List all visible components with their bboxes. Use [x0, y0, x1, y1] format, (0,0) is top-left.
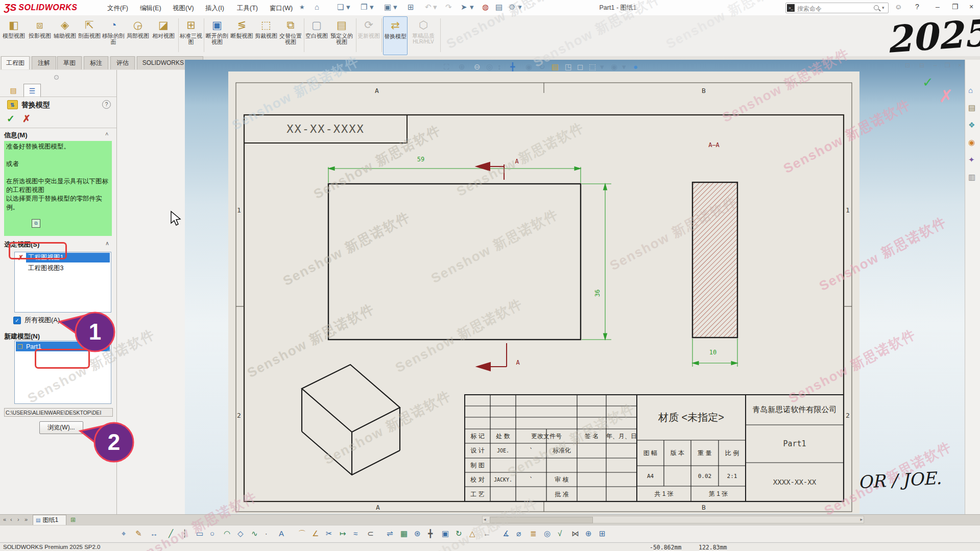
save-icon[interactable]: ▣	[384, 3, 391, 12]
sketch-icon[interactable]: ✎	[135, 529, 142, 538]
display-settings-icon[interactable]: ▤	[495, 3, 503, 12]
search-commands-box[interactable]: >_ 搜索命令 ▾	[785, 3, 889, 13]
trim-icon[interactable]: ✂	[326, 529, 332, 538]
panel-help-icon[interactable]: ?	[102, 100, 111, 109]
doc-maximize-icon[interactable]: ❐	[945, 62, 950, 69]
panel-splitter-handle[interactable]	[54, 75, 59, 80]
doc-restore-icon[interactable]: ⊡	[905, 62, 910, 69]
caret-down-icon[interactable]: ▾	[600, 62, 604, 71]
print-icon[interactable]: ⊞	[408, 3, 414, 12]
info-collapse-icon[interactable]: ˄	[105, 131, 108, 137]
tab-evaluate[interactable]: 评估	[110, 56, 135, 69]
search-icon[interactable]	[874, 5, 879, 10]
scrollbar-thumb[interactable]	[490, 517, 593, 523]
minimize-button[interactable]: –	[936, 3, 940, 11]
menu-file[interactable]: 文件(F)	[104, 3, 131, 14]
confirmation-cancel-icon[interactable]: ✗	[939, 86, 953, 106]
tab-sketch[interactable]: 草图	[57, 56, 82, 69]
broken-out-section-button[interactable]: ▣断开的剖视图	[205, 16, 229, 54]
note-icon[interactable]: ≣	[530, 529, 537, 538]
diameter-dimension-icon[interactable]: ⌀	[516, 529, 521, 538]
angle-dimension-icon[interactable]: ∡	[503, 529, 509, 538]
text-icon[interactable]: A	[279, 529, 284, 538]
selected-views-listbox[interactable]: ✗ 工程图视图1 工程图视图3	[14, 252, 111, 313]
balloon-icon[interactable]: ◎	[544, 529, 551, 538]
new-model-header[interactable]: 新建模型(N)	[4, 332, 40, 341]
restore-button[interactable]: ❐	[952, 3, 959, 11]
magnify-icon[interactable]: ◉	[525, 62, 532, 71]
circle-icon[interactable]: ○	[210, 529, 214, 538]
hide-show-icon[interactable]: ◉	[611, 62, 617, 71]
menu-window[interactable]: 窗口(W)	[267, 3, 296, 14]
select-arrow-icon[interactable]: ➤	[461, 3, 467, 12]
propertymanager-tab[interactable]: ☰	[23, 84, 41, 98]
appearances-icon[interactable]: ◉	[968, 138, 975, 147]
info-section-header[interactable]: 信息(M)	[4, 131, 28, 140]
design-library-icon[interactable]: ▤	[968, 103, 975, 112]
menu-tools[interactable]: 工具(T)	[234, 3, 261, 14]
alternate-position-button[interactable]: ⧉交替位置视图	[278, 16, 303, 54]
zoom-area-icon[interactable]: ⊕	[459, 62, 465, 71]
empty-view-button[interactable]: ▢空白视图	[305, 16, 328, 54]
caret-down-icon[interactable]: ▾	[518, 3, 522, 12]
extend-icon[interactable]: ↦	[340, 529, 346, 538]
resources-home-icon[interactable]: ⌂	[968, 86, 973, 94]
tab-dimension[interactable]: 标注	[84, 56, 108, 69]
predefined-view-button[interactable]: ▤预定义的视图	[329, 16, 354, 54]
rectangle-icon[interactable]: ▭	[196, 529, 203, 538]
caret-down-icon[interactable]: ▾	[346, 3, 350, 12]
datum-icon[interactable]: ⊕	[585, 529, 592, 538]
cancel-button[interactable]: ✗	[22, 113, 31, 125]
linear-pattern-icon[interactable]: ▦	[400, 529, 408, 538]
first-sheet-icon[interactable]: «	[3, 516, 6, 522]
menu-view[interactable]: 视图(V)	[170, 3, 197, 14]
options-gear-icon[interactable]: ⚙	[509, 3, 515, 12]
standard-3view-button[interactable]: ⊞标准三视图	[180, 16, 202, 54]
caret-down-icon[interactable]: ▾	[470, 3, 474, 12]
menu-edit[interactable]: 编辑(E)	[137, 3, 164, 14]
model-view-button[interactable]: ◧模型视图	[1, 16, 27, 54]
file-explorer-icon[interactable]: ❖	[968, 121, 975, 130]
zoom-fit-icon[interactable]: ⛶	[444, 62, 449, 71]
confirmation-ok-icon[interactable]: ✓	[922, 75, 934, 90]
pan-icon[interactable]: ↕	[497, 62, 501, 71]
offset-icon[interactable]: ≈	[353, 529, 357, 538]
break-view-button[interactable]: ≶断裂视图	[230, 16, 254, 54]
ok-button[interactable]: ✓	[7, 113, 15, 125]
last-sheet-icon[interactable]: »	[25, 516, 28, 522]
caret-down-icon[interactable]: ▾	[370, 3, 374, 12]
surface-finish-icon[interactable]: √	[558, 529, 562, 538]
tab-annotation[interactable]: 注解	[32, 56, 56, 69]
scroll-left-icon[interactable]: ◂	[484, 517, 486, 522]
convert-entities-icon[interactable]: ⊂	[367, 529, 374, 538]
detail-view-button[interactable]: ◶局部视图	[126, 16, 150, 54]
copy-entities-icon[interactable]: ▣	[442, 529, 449, 538]
sheet-tab[interactable]: ▤ 图纸1	[33, 515, 66, 525]
featuremanager-tab[interactable]: ▤	[5, 84, 21, 97]
search-input[interactable]: 搜索命令	[797, 5, 822, 13]
replace-model-button[interactable]: ⇄替换模型	[383, 16, 408, 55]
polygon-icon[interactable]: ◇	[237, 529, 244, 538]
move-icon[interactable]: ╋	[510, 62, 515, 71]
home-icon[interactable]: ⌂	[315, 3, 319, 11]
new-document-icon[interactable]: ❏	[337, 3, 344, 12]
circular-pattern-icon[interactable]: ⊛	[414, 529, 421, 538]
relative-view-button[interactable]: ◪相对视图	[150, 16, 177, 54]
projected-view-button[interactable]: ⧈投影视图	[28, 16, 52, 54]
next-sheet-icon[interactable]: ›	[17, 516, 19, 522]
scroll-right-icon[interactable]: ▸	[860, 517, 863, 522]
render-sphere-icon[interactable]: ●	[633, 62, 638, 71]
centerline-icon[interactable]: ┆	[182, 529, 187, 538]
custom-properties-icon[interactable]: ✦	[968, 155, 975, 164]
arc-icon[interactable]: ◠	[224, 529, 230, 538]
zoom-selection-icon[interactable]: ◎	[486, 62, 493, 71]
spline-icon[interactable]: ∿	[251, 529, 258, 538]
list-item-view3[interactable]: 工程图视图3	[15, 263, 111, 274]
smart-dimension-icon[interactable]: ↔	[150, 529, 158, 538]
rotate-view-icon[interactable]: ↻	[539, 62, 545, 71]
section-view-button[interactable]: ⇱剖面视图	[78, 16, 101, 54]
stretch-entities-icon[interactable]: ←	[483, 529, 491, 538]
fillet-icon[interactable]: ⌒	[298, 529, 306, 539]
move-entities-icon[interactable]: ╋	[428, 529, 433, 538]
mirror-icon[interactable]: ⇌	[387, 529, 393, 538]
